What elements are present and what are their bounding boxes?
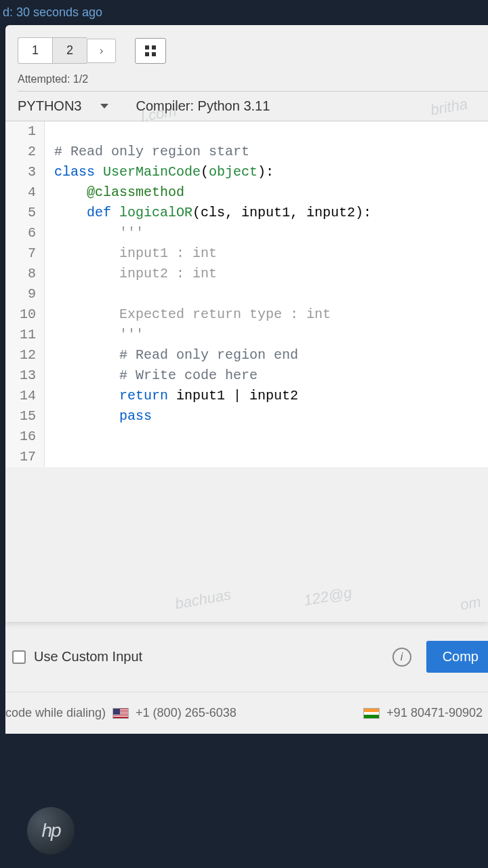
tab-1[interactable]: 1 bbox=[18, 37, 52, 64]
tab-2[interactable]: 2 bbox=[52, 37, 87, 64]
chevron-down-icon bbox=[100, 104, 108, 108]
code-editor[interactable]: 1 2# Read only region start3class UserMa… bbox=[5, 121, 488, 467]
compile-button[interactable]: Comp bbox=[426, 641, 488, 673]
line-number: 1 bbox=[5, 121, 45, 142]
watermark: om bbox=[459, 593, 483, 614]
tab-next[interactable]: › bbox=[87, 39, 116, 63]
in-flag-icon bbox=[363, 708, 380, 719]
code-content[interactable] bbox=[45, 447, 62, 467]
in-phone: +91 80471-90902 bbox=[386, 706, 483, 720]
code-content[interactable]: # Read only region start bbox=[45, 142, 249, 162]
custom-input-row: Use Custom Input i Comp bbox=[5, 622, 488, 692]
code-content[interactable]: input1 : int bbox=[45, 243, 217, 264]
code-content[interactable]: def logicalOR(cls, input1, input2): bbox=[45, 203, 371, 223]
line-number: 10 bbox=[5, 304, 45, 325]
line-number: 11 bbox=[5, 325, 45, 345]
line-number: 4 bbox=[5, 182, 45, 203]
svg-rect-0 bbox=[145, 45, 149, 50]
editor-line[interactable]: 12 # Read only region end bbox=[5, 345, 488, 366]
line-number: 16 bbox=[5, 427, 45, 447]
us-flag-icon bbox=[113, 708, 129, 719]
footer: code while dialing) +1 (800) 265-6038 +9… bbox=[5, 692, 488, 734]
attempted-label: Attempted: 1/2 bbox=[18, 73, 488, 92]
editor-line[interactable]: 15 pass bbox=[5, 406, 488, 427]
code-content[interactable]: return input1 | input2 bbox=[45, 386, 298, 406]
code-content[interactable]: input2 : int bbox=[45, 264, 217, 284]
code-content[interactable]: Expected return type : int bbox=[45, 304, 331, 325]
line-number: 14 bbox=[5, 386, 45, 406]
editor-line[interactable]: 13 # Write code here bbox=[5, 366, 488, 386]
line-number: 2 bbox=[5, 142, 45, 162]
editor-line[interactable]: 17 bbox=[5, 447, 488, 467]
custom-input-checkbox[interactable] bbox=[12, 650, 26, 664]
editor-line[interactable]: 9 bbox=[5, 284, 488, 304]
line-number: 3 bbox=[5, 162, 45, 182]
hp-logo: hp bbox=[27, 807, 75, 854]
editor-line[interactable]: 2# Read only region start bbox=[5, 142, 488, 162]
line-number: 8 bbox=[5, 264, 45, 284]
main-panel: 1 2 › Attempted: 1/2 PYTHON3 Compiler: P… bbox=[5, 25, 488, 622]
line-number: 15 bbox=[5, 406, 45, 427]
editor-line[interactable]: 5 def logicalOR(cls, input1, input2): bbox=[5, 203, 488, 223]
editor-line[interactable]: 3class UserMainCode(object): bbox=[5, 162, 488, 182]
line-number: 9 bbox=[5, 284, 45, 304]
svg-rect-1 bbox=[152, 45, 156, 50]
grid-view-icon[interactable] bbox=[135, 38, 166, 64]
us-phone: +1 (800) 265-6038 bbox=[136, 706, 237, 720]
watermark: 122@g bbox=[302, 584, 353, 610]
line-number: 12 bbox=[5, 345, 45, 366]
editor-line[interactable]: 7 input1 : int bbox=[5, 243, 488, 264]
editor-line[interactable]: 4 @classmethod bbox=[5, 182, 488, 203]
line-number: 13 bbox=[5, 366, 45, 386]
code-content[interactable]: ''' bbox=[45, 325, 144, 345]
code-content[interactable]: @classmethod bbox=[45, 182, 184, 203]
editor-line[interactable]: 11 ''' bbox=[5, 325, 488, 345]
code-content[interactable]: pass bbox=[45, 406, 152, 427]
language-select[interactable]: PYTHON3 bbox=[18, 98, 108, 114]
saved-status: d: 30 seconds ago bbox=[0, 0, 488, 25]
editor-line[interactable]: 16 bbox=[5, 427, 488, 447]
editor-line[interactable]: 14 return input1 | input2 bbox=[5, 386, 488, 406]
line-number: 7 bbox=[5, 243, 45, 264]
code-content[interactable] bbox=[45, 427, 62, 447]
code-content[interactable]: # Write code here bbox=[45, 366, 258, 386]
code-content[interactable]: # Read only region end bbox=[45, 345, 298, 366]
editor-line[interactable]: 6 ''' bbox=[5, 223, 488, 243]
svg-rect-2 bbox=[145, 52, 149, 56]
editor-line[interactable]: 10 Expected return type : int bbox=[5, 304, 488, 325]
line-number: 6 bbox=[5, 223, 45, 243]
code-content[interactable]: class UserMainCode(object): bbox=[45, 162, 274, 182]
code-content[interactable] bbox=[45, 121, 62, 142]
language-row: PYTHON3 Compiler: Python 3.11 bbox=[5, 92, 488, 121]
dial-text: code while dialing) bbox=[5, 706, 106, 720]
question-tabs: 1 2 › bbox=[5, 25, 488, 64]
info-icon[interactable]: i bbox=[392, 648, 411, 667]
compiler-label: Compiler: Python 3.11 bbox=[136, 98, 270, 114]
custom-input-label: Use Custom Input bbox=[34, 649, 142, 665]
editor-line[interactable]: 1 bbox=[5, 121, 488, 142]
line-number: 5 bbox=[5, 203, 45, 223]
language-selected: PYTHON3 bbox=[18, 98, 81, 114]
code-content[interactable]: ''' bbox=[45, 223, 144, 243]
line-number: 17 bbox=[5, 447, 45, 467]
watermark: bachuas bbox=[174, 586, 232, 613]
svg-rect-3 bbox=[152, 52, 156, 56]
code-content[interactable] bbox=[45, 284, 62, 304]
editor-line[interactable]: 8 input2 : int bbox=[5, 264, 488, 284]
